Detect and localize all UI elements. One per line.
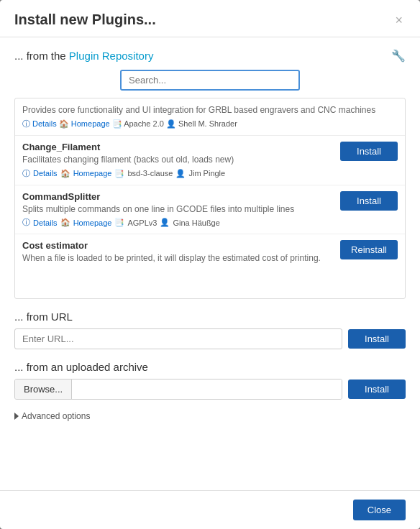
dialog-footer: Close bbox=[0, 490, 420, 529]
url-input[interactable] bbox=[14, 328, 342, 349]
plugin-list[interactable]: Provides core functionality and UI integ… bbox=[14, 98, 406, 299]
info-icon: ⓘ bbox=[22, 168, 30, 179]
archive-row: Browse... Install bbox=[14, 379, 406, 400]
info-icon: ⓘ bbox=[22, 119, 30, 128]
advanced-options-label: Advanced options bbox=[22, 411, 90, 421]
home-icon: 🏠 bbox=[60, 169, 70, 178]
license-icon: 📑 bbox=[114, 169, 124, 178]
plugin-license: AGPLv3 bbox=[127, 218, 157, 227]
triangle-icon bbox=[14, 413, 19, 420]
dialog-title: Install new Plugins... bbox=[14, 12, 156, 28]
install-button[interactable]: Install bbox=[340, 142, 398, 161]
archive-section-title: ... from an uploaded archive bbox=[14, 361, 406, 373]
person-icon: 👤 bbox=[166, 119, 176, 128]
advanced-options-toggle[interactable]: Advanced options bbox=[14, 411, 406, 421]
plugin-author: Shell M. Shrader bbox=[178, 119, 237, 128]
install-plugins-dialog: Install new Plugins... × ... from the Pl… bbox=[0, 0, 420, 529]
plugin-license: Apache 2.0 bbox=[124, 119, 164, 128]
plugin-name: Change_Filament bbox=[22, 142, 333, 152]
plugin-desc: Splits multiple commands on one line in … bbox=[22, 203, 333, 216]
plugin-author: Jim Pingle bbox=[188, 169, 225, 178]
plugin-repo-section-title: ... from the Plugin Repository 🔧 bbox=[14, 49, 406, 63]
plugin-homepage-link[interactable]: Homepage bbox=[71, 119, 110, 128]
plugin-homepage-link[interactable]: Homepage bbox=[73, 169, 112, 178]
url-section-title: ... from URL bbox=[14, 310, 406, 323]
plugin-license: bsd-3-clause bbox=[127, 169, 173, 178]
plugin-repository-link[interactable]: Plugin Repository bbox=[69, 50, 154, 62]
list-item: Cost estimator When a file is loaded to … bbox=[15, 234, 405, 272]
list-item: CommandSplitter Splits multiple commands… bbox=[15, 185, 405, 235]
info-icon: ⓘ bbox=[22, 217, 30, 228]
url-install-button[interactable]: Install bbox=[348, 329, 406, 349]
person-icon: 👤 bbox=[175, 169, 186, 178]
plugin-name: Cost estimator bbox=[22, 240, 333, 251]
reinstall-button[interactable]: Reinstall bbox=[340, 240, 398, 259]
url-section: ... from URL Install bbox=[14, 310, 406, 349]
plugin-info: Cost estimator When a file is loaded to … bbox=[22, 240, 333, 267]
wrench-icon[interactable]: 🔧 bbox=[391, 49, 406, 63]
search-input[interactable] bbox=[120, 70, 300, 91]
search-bar-container bbox=[14, 70, 406, 91]
plugin-meta: ⓘ Details 🏠 Homepage 📑 Apache 2.0 👤 Shel… bbox=[22, 119, 398, 129]
plugin-info: CommandSplitter Splits multiple commands… bbox=[22, 191, 333, 229]
person-icon: 👤 bbox=[160, 218, 170, 227]
plugin-info: Change_Filament Facilitates changing fil… bbox=[22, 142, 333, 179]
plugin-desc: Provides core functionality and UI integ… bbox=[22, 104, 398, 116]
url-row: Install bbox=[14, 328, 406, 349]
plugin-desc: When a file is loaded to be printed, it … bbox=[22, 252, 333, 264]
browse-field: Browse... bbox=[14, 379, 342, 400]
install-button[interactable]: Install bbox=[340, 191, 398, 211]
dialog-body: ... from the Plugin Repository 🔧 Provide… bbox=[0, 37, 420, 490]
plugin-details-link[interactable]: Details bbox=[33, 169, 58, 178]
browse-button[interactable]: Browse... bbox=[15, 380, 72, 399]
plugin-desc: Facilitates changing filament (backs out… bbox=[22, 154, 333, 166]
plugin-details-link[interactable]: Details bbox=[32, 119, 57, 128]
archive-install-button[interactable]: Install bbox=[348, 380, 406, 399]
close-button[interactable]: Close bbox=[353, 500, 406, 520]
dialog-close-x-button[interactable]: × bbox=[392, 14, 406, 27]
home-icon: 🏠 bbox=[60, 218, 70, 227]
plugin-details-link[interactable]: Details bbox=[33, 218, 58, 227]
browse-text-field bbox=[72, 380, 342, 399]
plugin-meta: ⓘ Details 🏠 Homepage 📑 bsd-3-clause 👤 Ji… bbox=[22, 168, 333, 179]
license-icon: 📑 bbox=[112, 119, 122, 128]
home-icon: 🏠 bbox=[59, 119, 69, 128]
plugin-name: CommandSplitter bbox=[22, 191, 333, 202]
plugin-meta: ⓘ Details 🏠 Homepage 📑 AGPLv3 👤 Gina Häu… bbox=[22, 217, 333, 228]
plugin-homepage-link[interactable]: Homepage bbox=[73, 218, 112, 227]
list-item: Change_Filament Facilitates changing fil… bbox=[15, 136, 405, 185]
archive-section: ... from an uploaded archive Browse... I… bbox=[14, 361, 406, 400]
license-icon: 📑 bbox=[114, 218, 124, 227]
dialog-header: Install new Plugins... × bbox=[0, 0, 420, 37]
from-text: ... from the bbox=[14, 50, 69, 62]
list-item: Provides core functionality and UI integ… bbox=[15, 98, 405, 136]
plugin-author: Gina Häußge bbox=[173, 218, 219, 227]
